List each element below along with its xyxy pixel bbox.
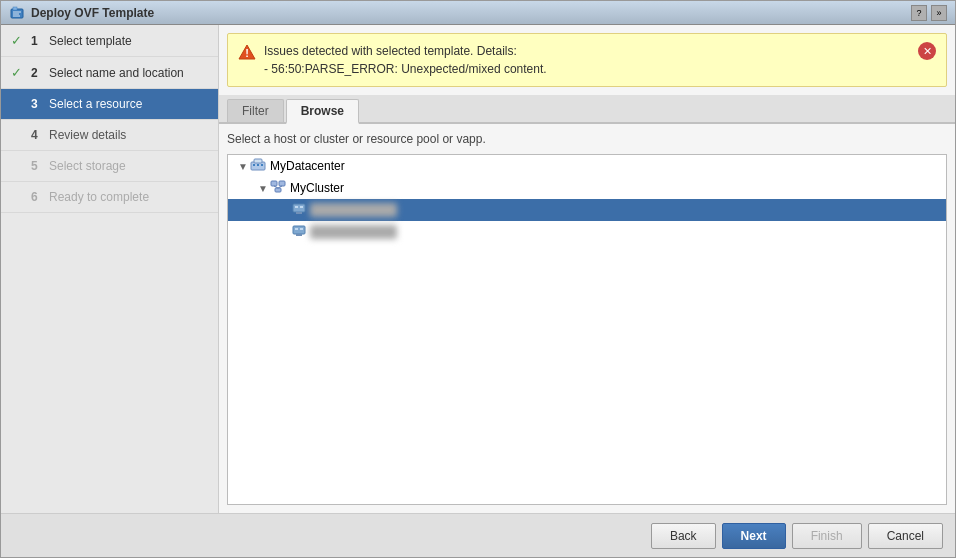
svg-rect-1: [13, 7, 17, 10]
svg-rect-18: [295, 206, 298, 208]
sidebar-item-step2[interactable]: ✓ 2 Select name and location: [1, 57, 218, 89]
step2-check-icon: ✓: [11, 65, 25, 80]
cluster-toggle-icon[interactable]: ▼: [256, 183, 270, 194]
svg-rect-20: [296, 212, 302, 214]
warning-banner: ! Issues detected with selected template…: [227, 33, 947, 87]
window-title: Deploy OVF Template: [31, 6, 911, 20]
step2-num: 2: [31, 66, 43, 80]
next-button[interactable]: Next: [722, 523, 786, 549]
browse-content: Select a host or cluster or resource poo…: [219, 124, 955, 513]
host1-label: hostname1.local: [310, 203, 397, 217]
warning-text: Issues detected with selected template. …: [264, 42, 910, 78]
svg-rect-9: [253, 164, 255, 166]
main-window: Deploy OVF Template ? » ✓ 1 Select templ…: [0, 0, 956, 558]
sidebar: ✓ 1 Select template ✓ 2 Select name and …: [1, 25, 219, 513]
warning-line2: - 56:50:PARSE_ERROR: Unexpected/mixed co…: [264, 62, 547, 76]
svg-rect-19: [300, 206, 303, 208]
sidebar-item-step1[interactable]: ✓ 1 Select template: [1, 25, 218, 57]
svg-rect-24: [296, 234, 302, 236]
datacenter-toggle-icon[interactable]: ▼: [236, 161, 250, 172]
back-button[interactable]: Back: [651, 523, 716, 549]
tab-filter[interactable]: Filter: [227, 99, 284, 122]
datacenter-label: MyDatacenter: [270, 159, 345, 173]
warning-icon: !: [238, 43, 256, 65]
step5-num: 5: [31, 159, 43, 173]
warning-close-button[interactable]: ✕: [918, 42, 936, 60]
step1-num: 1: [31, 34, 43, 48]
more-button[interactable]: »: [931, 5, 947, 21]
step3-label: Select a resource: [49, 97, 142, 111]
svg-rect-22: [295, 228, 298, 230]
svg-rect-17: [293, 204, 305, 212]
host2-icon: [292, 224, 306, 240]
step1-check-icon: ✓: [11, 33, 25, 48]
tree-node-datacenter[interactable]: ▼ MyDatacenter: [228, 155, 946, 177]
svg-text:!: !: [245, 47, 249, 59]
tree-node-cluster[interactable]: ▼ MyCluster: [228, 177, 946, 199]
sidebar-item-step6: 6 Ready to complete: [1, 182, 218, 213]
tabs-bar: Filter Browse: [219, 95, 955, 124]
svg-rect-14: [275, 188, 281, 192]
tree-node-host1[interactable]: ▶ hostname1.local: [228, 199, 946, 221]
svg-rect-23: [300, 228, 303, 230]
svg-rect-13: [279, 181, 285, 186]
step5-label: Select storage: [49, 159, 126, 173]
cancel-button[interactable]: Cancel: [868, 523, 943, 549]
svg-rect-11: [261, 164, 263, 166]
step4-num: 4: [31, 128, 43, 142]
svg-rect-12: [271, 181, 277, 186]
svg-rect-0: [11, 9, 23, 18]
browse-hint: Select a host or cluster or resource poo…: [227, 132, 947, 146]
main-content: ✓ 1 Select template ✓ 2 Select name and …: [1, 25, 955, 513]
step1-label: Select template: [49, 34, 132, 48]
host2-label: hostname2.local: [310, 225, 397, 239]
tree-node-host2[interactable]: ▶ hostname2.local: [228, 221, 946, 243]
svg-rect-8: [254, 159, 262, 163]
tab-browse[interactable]: Browse: [286, 99, 359, 124]
host1-icon: [292, 202, 306, 218]
svg-rect-10: [257, 164, 259, 166]
svg-rect-21: [293, 226, 305, 234]
cluster-label: MyCluster: [290, 181, 344, 195]
sidebar-item-step4[interactable]: 4 Review details: [1, 120, 218, 151]
resource-tree[interactable]: ▼ MyDatacenter: [227, 154, 947, 505]
footer: Back Next Finish Cancel: [1, 513, 955, 557]
content-area: ! Issues detected with selected template…: [219, 25, 955, 513]
step2-label: Select name and location: [49, 66, 184, 80]
sidebar-item-step3[interactable]: 3 Select a resource: [1, 89, 218, 120]
titlebar: Deploy OVF Template ? »: [1, 1, 955, 25]
step4-label: Review details: [49, 128, 126, 142]
titlebar-controls: ? »: [911, 5, 947, 21]
warning-line1: Issues detected with selected template. …: [264, 44, 517, 58]
datacenter-icon: [250, 158, 266, 174]
cluster-icon: [270, 180, 286, 196]
window-icon: [9, 5, 25, 21]
help-button[interactable]: ?: [911, 5, 927, 21]
step6-num: 6: [31, 190, 43, 204]
finish-button: Finish: [792, 523, 862, 549]
step3-num: 3: [31, 97, 43, 111]
sidebar-item-step5: 5 Select storage: [1, 151, 218, 182]
step6-label: Ready to complete: [49, 190, 149, 204]
